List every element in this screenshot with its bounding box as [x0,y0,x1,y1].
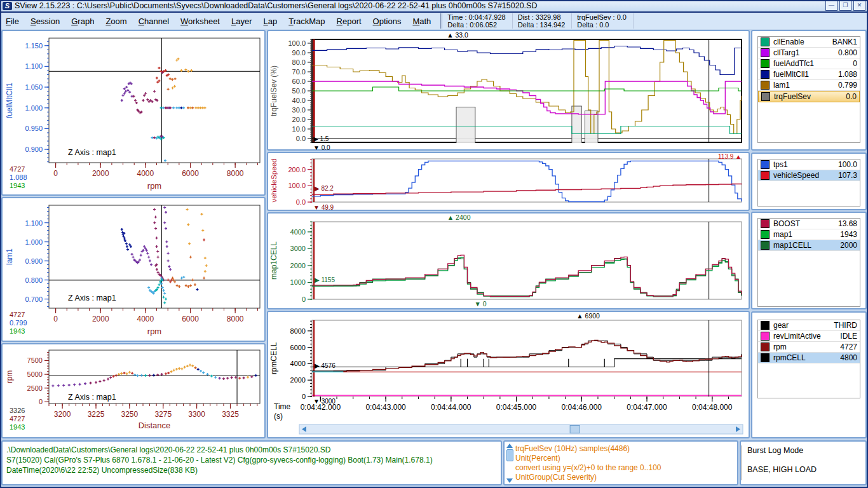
svg-text:3300: 3300 [188,410,205,419]
svg-text:4000: 4000 [290,360,306,367]
legend-panel-4: gearTHIRDrevLimitActiveIDLErpm4727rpmCEL… [751,311,867,438]
svg-text:rpm: rpm [147,327,161,336]
svg-text:1.088: 1.088 [10,173,27,181]
svg-text:2500: 2500 [27,384,43,392]
channel-row-fuelAddTfc1[interactable]: fuelAddTfc10 [758,58,860,69]
channel-row-cllEnable[interactable]: cllEnableBANK1 [758,37,860,48]
channel-value: 107.3 [838,171,857,180]
menu-options[interactable]: Options [367,15,407,27]
channel-info-scrollbar[interactable] [506,444,513,483]
log-mode-line1: Burst Log Mode [741,442,865,456]
svg-text:0.0: 0.0 [296,198,306,206]
svg-text:fuelMltCll1: fuelMltCll1 [5,83,14,118]
timeseries-map1cell[interactable]: 01000200030004000▲ 2400▼ 0map1CELL▶ 1155 [268,214,749,308]
cursor-stat-1: Dist : 3329.98Delta : 134.942 [513,13,573,29]
file-info-text: .\DownloadedData\Customers\General logs\… [3,442,501,478]
revLimitActive-color-swatch [761,332,770,341]
menu-report[interactable]: Report [331,15,367,27]
scatter-fuelmltcll1-vs-rpm[interactable]: 0.9000.9501.0001.0501.1001.1500200040006… [3,31,264,194]
channel-row-lam1[interactable]: lam10.799 [758,80,860,91]
channel-info-panel: trqFuelSev (10Hz) samples(4486)Unit(Perc… [503,440,738,485]
svg-text:2000: 2000 [290,376,306,384]
channel-row-revLimitActive[interactable]: revLimitActiveIDLE [758,331,860,342]
channel-name: rpmCELL [773,353,840,362]
channel-value: THIRD [834,321,857,330]
channel-row-BOOST[interactable]: BOOST13.68 [758,219,860,229]
timeseries-trqfuelsev[interactable]: 0.010.020.030.040.050.060.070.080.090.01… [268,31,749,149]
svg-text:0:04:48.000: 0:04:48.000 [692,403,733,412]
svg-text:2000: 2000 [290,262,306,269]
scatter-rpm-vs-distance[interactable]: 0250050007500320032253250327533003325rpm… [3,344,264,437]
channel-value: 100.0 [838,160,857,169]
legend-panel-3: BOOST13.68map11943map1CELL2000 [751,212,867,309]
menu-session[interactable]: Session [25,15,65,27]
svg-text:0: 0 [39,398,43,405]
menu-channel[interactable]: Channel [133,15,175,27]
tps1-color-swatch [761,160,770,169]
log-mode-line2: BASE, HIGH LOAD [741,456,865,475]
channel-row-rpm[interactable]: rpm4727 [758,342,860,353]
menu-trackmap[interactable]: TrackMap [283,15,330,27]
restore-button[interactable]: ❐ [839,1,851,11]
menu-math[interactable]: Math [407,15,437,27]
menu-layer[interactable]: Layer [226,15,258,27]
svg-text:4727: 4727 [10,311,25,318]
svg-text:8000: 8000 [227,315,244,323]
channel-value: 2000 [840,241,857,250]
svg-text:0.900: 0.900 [25,257,43,265]
channel-row-map1CELL[interactable]: map1CELL2000 [758,240,860,251]
channel-row-gear[interactable]: gearTHIRD [758,320,860,331]
svg-text:10.0: 10.0 [292,125,306,133]
close-button[interactable]: ✕ [853,1,865,11]
svg-text:0.799: 0.799 [10,319,27,327]
scroll-down-icon[interactable] [506,478,513,483]
svg-text:Z Axis : map1: Z Axis : map1 [68,148,116,157]
svg-text:50.0: 50.0 [292,87,306,95]
svg-text:trqFuelSev (%): trqFuelSev (%) [269,65,278,116]
app-logo-icon: S [3,2,12,10]
scroll-thumb[interactable] [506,449,513,461]
svg-text:▶ 1155: ▶ 1155 [315,276,335,283]
menu-graph[interactable]: Graph [65,15,100,27]
panel-vehiclespeed: 0.0100.0200.0vehicleSpeed▶ 82.2▼ 49.9113… [267,152,750,211]
channel-row-fuelMltCll1[interactable]: fuelMltCll11.088 [758,69,860,80]
menu-zoom[interactable]: Zoom [100,15,132,27]
timeseries-rpmcell[interactable]: 020004000600080000:04:42.0000:04:43.0000… [268,312,749,437]
svg-text:1.000: 1.000 [25,104,43,112]
svg-text:100.0: 100.0 [288,39,306,47]
svg-text:▶ 1.5: ▶ 1.5 [313,135,329,142]
menu-file[interactable]: File [0,15,25,27]
channel-row-vehicleSpeed[interactable]: vehicleSpeed107.3 [758,170,860,181]
svg-text:Z Axis : map1: Z Axis : map1 [68,294,116,302]
channel-row-tps1[interactable]: tps1100.0 [758,159,860,170]
svg-text:0.900: 0.900 [25,146,43,153]
svg-text:100.0: 100.0 [288,182,306,189]
timeseries-vehiclespeed[interactable]: 0.0100.0200.0vehicleSpeed▶ 82.2▼ 49.9113… [268,153,749,210]
cllEnable-color-swatch [761,37,770,46]
menu-worksheet[interactable]: Worksheet [175,15,226,27]
svg-text:(s): (s) [274,412,283,421]
channel-row-cllTarg1[interactable]: cllTarg10.800 [758,48,860,58]
channel-value: 0.799 [838,81,857,90]
channel-row-map1[interactable]: map11943 [758,229,860,240]
svg-text:1.150: 1.150 [25,42,43,50]
scroll-up-icon[interactable] [506,444,513,448]
svg-text:▼ 3000: ▼ 3000 [313,398,336,405]
svg-text:0.700: 0.700 [25,295,43,303]
scatter-lam1-vs-rpm[interactable]: 0.7000.8000.9001.0001.100020004000600080… [3,198,264,341]
channel-name: vehicleSpeed [773,171,838,180]
channel-row-trqFuelSev[interactable]: trqFuelSev0.0 [758,91,860,102]
channel-row-rpmCELL[interactable]: rpmCELL4800 [758,353,860,363]
channel-value: 0.0 [846,92,857,101]
svg-text:3200: 3200 [54,410,71,419]
svg-text:0: 0 [302,393,306,400]
svg-text:Z Axis : map1: Z Axis : map1 [68,393,116,402]
svg-text:0.950: 0.950 [25,125,43,132]
panel-rpmcell: 020004000600080000:04:42.0000:04:43.0000… [267,311,750,438]
minimize-button[interactable]: — [825,1,837,11]
map1CELL-color-swatch [761,241,770,250]
menu-lap[interactable]: Lap [258,15,283,27]
svg-text:8000: 8000 [227,169,244,178]
svg-text:1.000: 1.000 [25,238,43,246]
svg-text:4000: 4000 [290,228,306,236]
